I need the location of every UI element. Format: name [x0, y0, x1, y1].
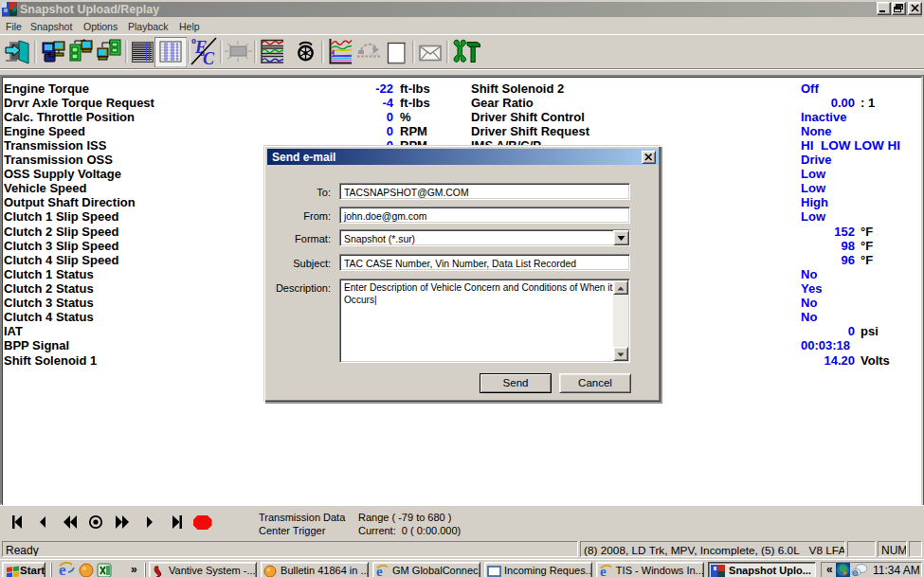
svg-text:o: o	[191, 35, 196, 45]
